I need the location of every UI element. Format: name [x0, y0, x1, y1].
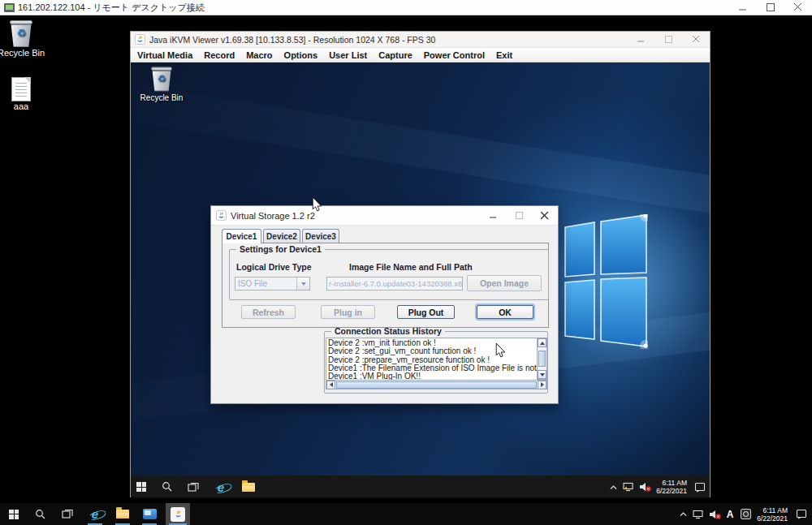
menu-macro[interactable]: Macro — [246, 50, 272, 60]
file-explorer-icon[interactable] — [238, 476, 259, 498]
kvm-remote-screen: ♻ Recycle Bin Virtual Storage 1.2 r2 — [131, 62, 710, 476]
maximize-icon[interactable] — [506, 206, 532, 226]
dialog-window-controls — [480, 206, 558, 226]
vertical-scrollbar[interactable] — [537, 338, 547, 380]
status-line: Device1 :VM Plug-In OK!! — [328, 372, 535, 380]
rdp-window-controls — [729, 0, 812, 15]
task-view-icon[interactable] — [57, 503, 78, 525]
internet-explorer-icon[interactable]: e — [210, 476, 231, 498]
recycle-bin-icon: ♻ — [9, 20, 33, 48]
tray-time: 6:11 AM — [656, 479, 687, 487]
inner-desktop-icon-recycle-bin[interactable]: ♻ Recycle Bin — [136, 66, 188, 102]
start-button[interactable] — [131, 476, 152, 498]
outer-taskbar: e A 6:11 AM6/22/2021 — [0, 503, 812, 525]
aaa-file-label: aaa — [0, 101, 47, 111]
maximize-icon[interactable] — [654, 32, 682, 47]
logical-drive-type-label: Logical Drive Type — [236, 262, 312, 272]
recycle-bin-label: Recycle Bin — [136, 93, 188, 102]
scroll-up-icon[interactable] — [538, 338, 546, 347]
close-icon[interactable] — [682, 32, 710, 47]
tab-device2[interactable]: Device2 — [263, 229, 300, 243]
close-icon[interactable] — [532, 206, 558, 226]
volume-muted-icon[interactable] — [706, 503, 723, 525]
clock[interactable]: 6:11 AM6/22/2021 — [653, 476, 690, 498]
java-app-icon[interactable] — [166, 503, 190, 525]
outer-desktop: ♻ Recycle Bin aaa Java iKVM Viewer v1.69… — [0, 15, 812, 503]
menu-virtual-media[interactable]: Virtual Media — [137, 50, 192, 60]
menu-power-control[interactable]: Power Control — [424, 50, 485, 60]
minimize-icon[interactable] — [627, 32, 654, 47]
tray-date: 6/22/2021 — [656, 487, 687, 495]
file-explorer-icon[interactable] — [112, 503, 133, 525]
volume-muted-icon[interactable] — [637, 476, 653, 498]
ok-button[interactable]: OK — [477, 305, 533, 319]
scrollbar-thumb[interactable] — [538, 351, 546, 367]
scroll-down-icon[interactable] — [538, 370, 546, 379]
ikvm-title: Java iKVM Viewer v1.69.38 [10.133.8.53] … — [149, 35, 435, 45]
internet-explorer-icon[interactable]: e — [84, 503, 106, 525]
scroll-left-icon[interactable] — [326, 381, 335, 389]
menu-options[interactable]: Options — [284, 50, 318, 60]
tray-chevron-icon[interactable] — [606, 476, 620, 498]
ikvm-menubar: Virtual Media Record Macro Options User … — [131, 48, 710, 62]
ikvm-viewer-window: Java iKVM Viewer v1.69.38 [10.133.8.53] … — [130, 31, 710, 497]
recycle-bin-label: Recycle Bin — [0, 48, 47, 58]
mouse-cursor — [312, 196, 323, 213]
screen: 161.202.122.104 - リモート デスクトップ接続 ♻ Recycl… — [0, 0, 812, 525]
menu-capture[interactable]: Capture — [378, 50, 412, 60]
desktop-icon-recycle-bin[interactable]: ♻ Recycle Bin — [0, 20, 47, 58]
task-view-icon[interactable] — [183, 476, 204, 498]
desktop-icon-aaa[interactable]: aaa — [0, 77, 47, 111]
maximize-icon[interactable] — [757, 0, 784, 15]
rdp-connection-icon — [4, 3, 15, 12]
ime-options-icon[interactable] — [737, 503, 754, 525]
plug-in-button[interactable]: Plug in — [321, 305, 375, 319]
rdp-connection-bar: 161.202.122.104 - リモート デスクトップ接続 — [0, 0, 812, 15]
clock[interactable]: 6:11 AM6/22/2021 — [754, 503, 791, 525]
ikvm-titlebar[interactable]: Java iKVM Viewer v1.69.38 [10.133.8.53] … — [131, 32, 710, 48]
virtual-storage-dialog: Virtual Storage 1.2 r2 Device1 Device2 D… — [210, 205, 559, 404]
menu-user-list[interactable]: User List — [329, 50, 367, 60]
rdp-connection-title: 161.202.122.104 - リモート デスクトップ接続 — [18, 2, 205, 14]
windows-logo — [564, 214, 648, 349]
scroll-right-icon[interactable] — [538, 381, 546, 389]
minimize-icon[interactable] — [729, 0, 757, 15]
network-icon[interactable] — [690, 503, 706, 525]
java-icon — [216, 210, 227, 221]
logical-drive-type-select[interactable]: ISO File — [235, 277, 310, 290]
dialog-title: Virtual Storage 1.2 r2 — [231, 211, 315, 221]
refresh-button[interactable]: Refresh — [241, 305, 296, 319]
plug-out-button[interactable]: Plug Out — [397, 305, 455, 319]
tray-time: 6:11 AM — [757, 506, 788, 514]
document-icon — [11, 77, 31, 101]
ikvm-window-controls — [627, 32, 710, 47]
action-center-icon[interactable] — [690, 476, 710, 498]
start-button[interactable] — [3, 503, 24, 525]
horizontal-scrollbar[interactable] — [326, 380, 547, 389]
remote-desktop-app-icon[interactable] — [139, 503, 160, 525]
open-image-button[interactable]: Open Image — [467, 275, 542, 291]
settings-group-label: Settings for Device1 — [236, 244, 325, 254]
menu-exit[interactable]: Exit — [496, 50, 512, 60]
search-icon[interactable] — [157, 476, 178, 498]
image-path-field[interactable]: r-Installer-6.7.0.update03-14320388.x86_… — [326, 277, 463, 290]
recycle-bin-icon: ♻ — [150, 67, 173, 92]
dialog-titlebar[interactable]: Virtual Storage 1.2 r2 — [211, 206, 558, 226]
java-icon — [135, 34, 145, 45]
network-icon[interactable] — [620, 476, 637, 498]
inner-taskbar: e 6:11 AM6/22/2021 — [131, 476, 710, 498]
action-center-icon[interactable] — [791, 503, 812, 525]
menu-record[interactable]: Record — [204, 50, 235, 60]
tray-date: 6/22/2021 — [757, 514, 788, 523]
ime-mode-indicator[interactable]: A — [723, 503, 737, 525]
mouse-cursor — [495, 342, 507, 359]
minimize-icon[interactable] — [480, 206, 506, 226]
tab-device1[interactable]: Device1 — [222, 229, 261, 243]
tab-device3[interactable]: Device3 — [302, 229, 339, 243]
chevron-down-icon[interactable] — [296, 278, 309, 290]
search-icon[interactable] — [30, 503, 51, 525]
tray-chevron-icon[interactable] — [676, 503, 690, 525]
image-path-label: Image File Name and Full Path — [349, 262, 473, 272]
close-icon[interactable] — [784, 0, 812, 15]
scrollbar-thumb[interactable] — [336, 381, 537, 389]
